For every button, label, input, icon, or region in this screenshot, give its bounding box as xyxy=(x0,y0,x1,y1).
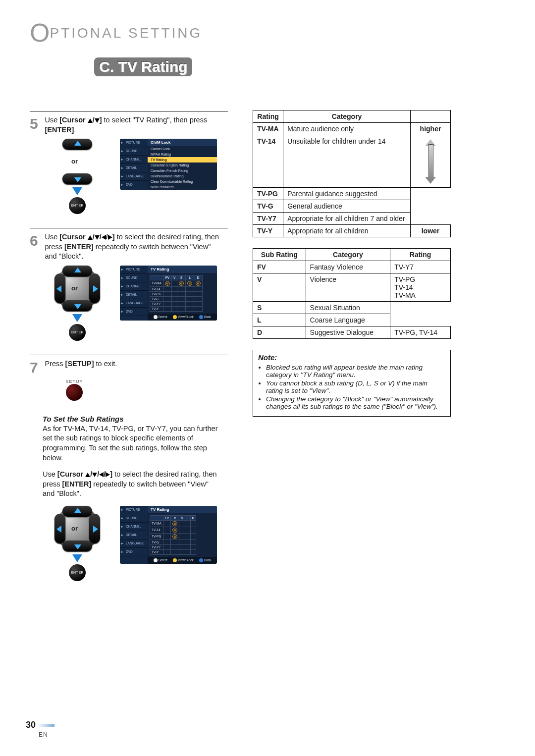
remote-4way-2: or ENTER xyxy=(48,506,107,581)
osd-chm-lock: ▸PICTURE▸SOUND▸CHANNEL▸DETAIL▸LANGUAGE▸D… xyxy=(120,139,217,190)
osd-title: Ch/M Lock xyxy=(148,139,217,146)
dpad-down-icon xyxy=(74,177,81,182)
osd-tab: ▸DVD xyxy=(120,548,148,556)
osd-tab: ▸SOUND xyxy=(120,274,148,282)
osd-tab: ▸LANGUAGE xyxy=(120,172,148,181)
step-5-text: Use [Cursor /] to select "TV Rating", th… xyxy=(45,115,223,135)
step-5-num: 5 xyxy=(30,115,43,132)
step-6: 6 Use [Cursor ///] to select the desired… xyxy=(30,228,228,341)
dpad-up-icon xyxy=(74,141,81,146)
step-7-text: Press [SETUP] to exit. xyxy=(45,359,223,369)
osd-item: Clear Downloadable Rating xyxy=(148,179,217,184)
osd-tab: ▸DETAIL xyxy=(120,291,148,299)
osd-item: MPAA Rating xyxy=(148,152,217,157)
osd-item: Canadian French Rating xyxy=(148,168,217,173)
step-5: 5 Use [Cursor /] to select "TV Rating", … xyxy=(30,111,228,214)
remote-updown: or ENTER xyxy=(48,139,107,214)
osd-tab: ▸DETAIL xyxy=(120,164,148,172)
setup-label: SETUP xyxy=(59,379,89,384)
or-label: or xyxy=(71,158,78,165)
section-badge: C. TV Rating xyxy=(94,57,192,76)
chapter-title: OPTIONAL SETTING xyxy=(30,18,505,48)
page-number: 30 xyxy=(26,720,54,730)
step-6-text: Use [Cursor ///] to select the desired r… xyxy=(45,232,223,262)
note-item: Changing the category to "Block" or "Vie… xyxy=(266,395,445,410)
sub-rating-table: Sub RatingCategoryRatingFVFantasy Violen… xyxy=(253,248,451,339)
osd-tab: ▸LANGUAGE xyxy=(120,540,148,548)
enter-button[interactable]: ENTER xyxy=(69,324,86,341)
step-7: 7 Press [SETUP] to exit. SETUP xyxy=(30,355,228,401)
enter-button[interactable]: ENTER xyxy=(69,197,86,214)
sub-ratings-para1: As for TV-MA, TV-14, TV-PG, or TV-Y7, yo… xyxy=(43,424,221,463)
osd-tab: ▸SOUND xyxy=(120,147,148,156)
osd-item: Canadian English Rating xyxy=(148,162,217,168)
step-7-num: 7 xyxy=(30,359,43,376)
sub-ratings-para2: Use [Cursor ///] to select the desired r… xyxy=(43,470,221,499)
osd-tab: ▸CHANNEL xyxy=(120,523,148,531)
remote-4way: or ENTER xyxy=(48,266,107,341)
osd-tab: ▸PICTURE xyxy=(120,506,148,514)
osd-tab: ▸DETAIL xyxy=(120,531,148,540)
osd-tvrating-c: ▸PICTURE▸SOUND▸CHANNEL▸DETAIL▸LANGUAGE▸D… xyxy=(120,506,217,564)
flow-arrow-icon xyxy=(72,187,82,195)
rating-table: RatingCategoryTV-MAMature audience onlyh… xyxy=(253,110,451,237)
sub-ratings-heading: To Set the Sub Ratings xyxy=(43,415,228,423)
osd-tab: ▸DVD xyxy=(120,308,148,316)
osd-tab: ▸CHANNEL xyxy=(120,156,148,164)
osd-tab: ▸CHANNEL xyxy=(120,282,148,291)
osd-tab: ▸LANGUAGE xyxy=(120,299,148,308)
left-column: 5 Use [Cursor /] to select "TV Rating", … xyxy=(30,110,228,581)
page-lang: EN xyxy=(39,731,48,738)
right-column: RatingCategoryTV-MAMature audience onlyh… xyxy=(253,110,451,581)
note-box: Note: Blocked sub rating will appear bes… xyxy=(253,350,451,417)
osd-item: Downloadable Rating xyxy=(148,173,217,179)
step-6-num: 6 xyxy=(30,232,43,249)
note-item: You cannot block a sub rating (D, L, S o… xyxy=(266,379,445,394)
osd-tvrating-b: ▸PICTURE▸SOUND▸CHANNEL▸DETAIL▸LANGUAGE▸D… xyxy=(120,266,217,321)
osd-tab: ▸DVD xyxy=(120,181,148,189)
osd-tab: ▸PICTURE xyxy=(120,266,148,274)
osd-item: New Password xyxy=(148,184,217,190)
note-item: Blocked sub rating will appear beside th… xyxy=(266,364,445,378)
osd-tab: ▸SOUND xyxy=(120,514,148,523)
note-title: Note: xyxy=(258,353,445,362)
osd-item: Cannel Lock xyxy=(148,146,217,152)
setup-button[interactable] xyxy=(66,384,83,401)
enter-button[interactable]: ENTER xyxy=(69,564,86,581)
osd-item: TV Rating xyxy=(148,157,217,162)
osd-tab: ▸PICTURE xyxy=(120,139,148,147)
